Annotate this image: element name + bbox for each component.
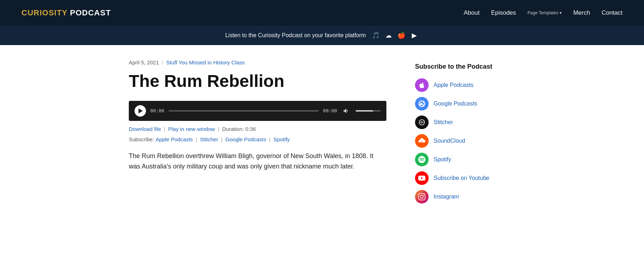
nav-links: About Episodes Page Templates ▾ Merch Co… [464, 9, 623, 16]
svg-rect-1 [420, 122, 421, 123]
sidebar-soundcloud-label: SoundCloud [434, 138, 465, 144]
sidebar-spotify-label: Spotify [434, 156, 451, 163]
logo-curiosity: CURIOSITY [21, 8, 67, 17]
mute-button[interactable] [341, 106, 351, 116]
post-title: The Rum Rebellion [129, 72, 386, 91]
sidebar-youtube[interactable]: Subscribe on Youtube [415, 171, 515, 185]
volume-icon [344, 108, 348, 113]
sidebar-spotify[interactable]: Spotify [415, 153, 515, 166]
main-content: April 5, 2021 / Stuff You Missed in Hist… [129, 59, 386, 204]
play-button[interactable] [135, 105, 146, 117]
chevron-down-icon: ▾ [560, 10, 562, 15]
navbar: CURIOSITY PODCAST About Episodes Page Te… [0, 0, 644, 26]
volume-fill [356, 110, 373, 112]
audio-player: 00:00 00:00 [129, 101, 386, 121]
sidebar-links: Apple Podcasts Google Podcasts Stitcher … [415, 78, 515, 204]
play-icon [138, 108, 143, 113]
nav-merch[interactable]: Merch [573, 9, 590, 16]
svg-rect-3 [423, 122, 424, 123]
volume-bar[interactable] [356, 110, 381, 112]
sidebar-soundcloud[interactable]: SoundCloud [415, 134, 515, 148]
google-icon [415, 97, 429, 111]
sidebar-instagram[interactable]: Instagram [415, 190, 515, 204]
sub-sep-2: | [221, 136, 223, 142]
subscribe-spotify[interactable]: Spotify [273, 136, 290, 142]
post-category[interactable]: Stuff You Missed in History Class [166, 59, 245, 65]
post-date: April 5, 2021 [129, 59, 159, 65]
apple-icon [415, 78, 429, 92]
subscribe-label: Subscribe: [129, 136, 154, 142]
sidebar-stitcher[interactable]: Stitcher [415, 116, 515, 129]
sidebar: Subscribe to the Podcast Apple Podcasts … [415, 59, 515, 204]
new-window-link[interactable]: Play in new window [168, 126, 215, 132]
sidebar-google-label: Google Podcasts [434, 101, 477, 107]
time-current: 00:00 [150, 108, 164, 113]
audio-sep-2: | [218, 126, 219, 132]
youtube-banner-icon[interactable]: ▶ [410, 31, 419, 40]
logo[interactable]: CURIOSITY PODCAST [21, 8, 111, 18]
audio-links: Download file | Play in new window | Dur… [129, 126, 386, 132]
post-body: The Rum Rebellion overthrew William Blig… [129, 151, 386, 172]
sub-sep-1: | [196, 136, 197, 142]
soundcloud-banner-icon[interactable]: ☁ [384, 31, 393, 40]
stitcher-icon [415, 116, 429, 129]
spotify-banner-icon[interactable]: 🎵 [371, 31, 380, 40]
sidebar-youtube-label: Subscribe on Youtube [434, 175, 489, 181]
sidebar-instagram-label: Instagram [434, 194, 459, 200]
subscribe-line: Subscribe: Apple Podcasts | Stitcher | G… [129, 136, 386, 142]
apple-banner-icon[interactable]: 🍎 [397, 31, 406, 40]
download-link[interactable]: Download file [129, 126, 161, 132]
banner-text: Listen to the Curiosity Podcast on your … [225, 32, 366, 39]
nav-page-templates[interactable]: Page Templates ▾ [527, 10, 562, 15]
meta-slash: / [162, 59, 163, 65]
nav-episodes[interactable]: Episodes [491, 9, 516, 16]
post-meta: April 5, 2021 / Stuff You Missed in Hist… [129, 59, 386, 65]
subscribe-stitcher[interactable]: Stitcher [200, 136, 218, 142]
nav-contact[interactable]: Contact [601, 9, 623, 16]
sidebar-apple-label: Apple Podcasts [434, 82, 473, 88]
platform-banner: Listen to the Curiosity Podcast on your … [0, 26, 644, 45]
audio-sep-1: | [164, 126, 165, 132]
progress-bar[interactable] [169, 110, 319, 112]
youtube-icon [415, 171, 429, 185]
sidebar-google[interactable]: Google Podcasts [415, 97, 515, 111]
platform-icons: 🎵 ☁ 🍎 ▶ [371, 31, 419, 40]
sidebar-title: Subscribe to the Podcast [415, 63, 515, 70]
sidebar-apple[interactable]: Apple Podcasts [415, 78, 515, 92]
sub-sep-3: | [269, 136, 270, 142]
time-total: 00:00 [323, 108, 337, 113]
soundcloud-icon [415, 134, 429, 148]
logo-podcast: PODCAST [67, 8, 111, 17]
nav-about[interactable]: About [464, 9, 479, 16]
spotify-icon [415, 153, 429, 166]
svg-rect-2 [421, 121, 422, 124]
instagram-icon [415, 190, 429, 204]
subscribe-google[interactable]: Google Podcasts [225, 136, 266, 142]
page-container: April 5, 2021 / Stuff You Missed in Hist… [107, 45, 537, 225]
subscribe-apple[interactable]: Apple Podcasts [156, 136, 193, 142]
duration-label: Duration: 0:36 [222, 126, 256, 132]
sidebar-stitcher-label: Stitcher [434, 119, 453, 126]
